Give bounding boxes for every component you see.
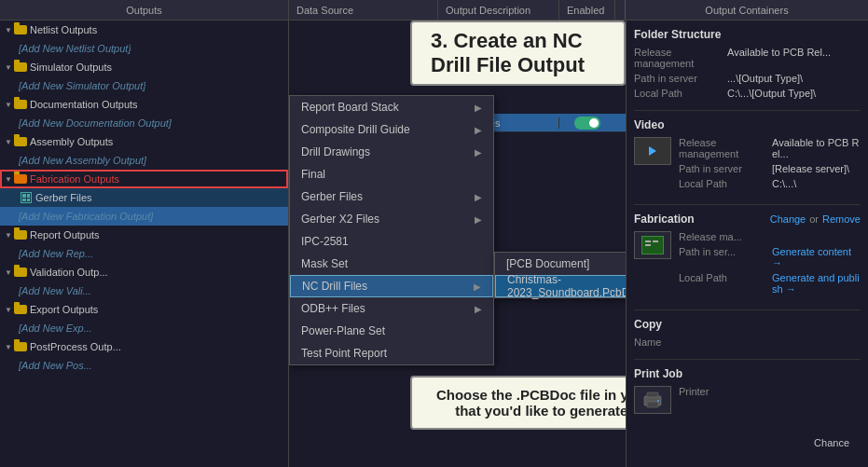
folder-icon-simulator	[13, 60, 28, 75]
menu-item-mask-set[interactable]: Mask Set	[290, 253, 493, 275]
fab-add-label: [Add New Fabrication Output]	[19, 211, 153, 222]
video-info: Release management Available to PCB Rel.…	[679, 137, 861, 193]
menu-item-odb[interactable]: ODB++ Files ▶	[290, 297, 493, 320]
expand-icon-fabrication: ▼	[4, 174, 13, 184]
tree-item-simulator[interactable]: ▼ Simulator Outputs	[0, 58, 288, 76]
print-info: Printer	[679, 386, 861, 401]
fabrication-label: Fabrication Outputs	[30, 173, 119, 185]
play-button-icon	[649, 146, 656, 156]
sidebar-print-job: Print Job Printer	[634, 367, 861, 414]
expand-icon-report: ▼	[4, 230, 13, 240]
video-row-2: Local Path C:\...\	[679, 178, 861, 189]
sidebar-video: Video Release management Available to PC…	[634, 118, 861, 193]
menu-item-drill-drawings[interactable]: Drill Drawings ▶	[290, 141, 493, 163]
tree-item-export[interactable]: ▼ Export Outputs	[0, 300, 288, 319]
tree-item-report-add[interactable]: [Add New Rep...	[0, 244, 288, 263]
folder-value-0: Available to PCB Rel...	[727, 47, 861, 58]
right-content: Christmas-2023_Soundbo... Gerber Files 3…	[289, 21, 868, 467]
folder-label-2: Local Path	[634, 88, 727, 99]
tree-item-simulator-add[interactable]: [Add New Simulator Output]	[0, 76, 288, 95]
tree-item-validation[interactable]: ▼ Validation Outp...	[0, 263, 288, 282]
folder-label-0: Release management	[634, 47, 727, 69]
menu-item-composite-drill[interactable]: Composite Drill Guide ▶	[290, 118, 493, 141]
video-label-1: Path in server	[679, 163, 772, 174]
menu-item-final[interactable]: Final	[290, 163, 493, 185]
menu-label-power-plane: Power-Plane Set	[301, 324, 385, 337]
fab-row-label-1: Path in ser...	[679, 246, 772, 257]
menu-label-nc-drill: NC Drill Files	[302, 280, 367, 293]
documentation-label: Documentation Outputs	[30, 99, 138, 110]
sub-menu-item-pcb-doc[interactable]: [PCB Document]	[495, 253, 626, 275]
tree-item-fabrication[interactable]: ▼ Fabrication Outputs	[0, 170, 288, 188]
arrow-gerber-x2: ▶	[475, 214, 482, 225]
print-thumbnail	[634, 386, 671, 414]
menu-label-drill-drawings: Drill Drawings	[301, 145, 370, 158]
fab-row-1: Path in ser... Generate content →	[679, 246, 861, 268]
netlist-add-label: [Add New Netlist Output]	[19, 43, 131, 54]
validation-label: Validation Outp...	[30, 267, 108, 278]
outputs-col-header: Outputs	[126, 5, 162, 16]
folder-icon-validation	[13, 265, 28, 280]
assembly-add-label: [Add New Assembly Output]	[19, 155, 146, 166]
chance-label: Chance	[814, 437, 849, 448]
fab-section-header: Fabrication Change or Remove	[634, 213, 861, 226]
menu-item-gerber-files[interactable]: Gerber Files ▶	[290, 185, 493, 208]
main-content: ▼ Netlist Outputs [Add New Netlist Outpu…	[0, 21, 868, 467]
menu-item-ipc2581[interactable]: IPC-2581	[290, 230, 493, 253]
menu-item-nc-drill[interactable]: NC Drill Files ▶	[290, 275, 493, 297]
fab-change-link[interactable]: Change	[770, 213, 806, 225]
fab-row-0: Release ma...	[679, 231, 861, 242]
fab-row-2: Local Path Generate and publish →	[679, 272, 861, 295]
tree-item-export-add[interactable]: [Add New Exp...	[0, 319, 288, 337]
tree-item-report[interactable]: ▼ Report Outputs	[0, 226, 288, 244]
col-datasource: Data Source	[289, 0, 438, 20]
menu-label-gerber-files: Gerber Files	[301, 190, 363, 203]
callout-top: 3. Create an NC Drill File Output	[410, 21, 626, 86]
pcb-icon	[641, 236, 664, 254]
folder-icon-assembly	[13, 134, 28, 149]
tree-item-netlist[interactable]: ▼ Netlist Outputs	[0, 21, 288, 39]
menu-label-final: Final	[301, 168, 325, 181]
folder-row-1: Path in server ...\[Output Type]\	[634, 73, 861, 84]
report-label: Report Outputs	[30, 229, 100, 240]
divider-2	[634, 204, 861, 205]
tree-item-assembly[interactable]: ▼ Assembly Outputs	[0, 132, 288, 151]
tree-item-assembly-add[interactable]: [Add New Assembly Output]	[0, 151, 288, 170]
right-sidebar: Folder Structure Release management Avai…	[626, 21, 868, 467]
gerber-toggle[interactable]	[574, 117, 600, 130]
gerber-label: Gerber Files	[35, 192, 92, 203]
tree-item-documentation[interactable]: ▼ Documentation Outputs	[0, 95, 288, 114]
svg-rect-2	[647, 402, 658, 407]
video-value-1: [Release server]\	[772, 163, 861, 174]
fab-row-value-1[interactable]: Generate content →	[772, 246, 861, 268]
menu-item-gerber-x2[interactable]: Gerber X2 Files ▶	[290, 208, 493, 230]
tree-item-netlist-add[interactable]: [Add New Netlist Output]	[0, 39, 288, 58]
fab-row-value-2[interactable]: Generate and publish →	[772, 272, 861, 295]
tree-item-fab-add[interactable]: [Add New Fabrication Output]	[0, 207, 288, 226]
export-add-label: [Add New Exp...	[19, 323, 92, 334]
menu-item-power-plane[interactable]: Power-Plane Set	[290, 320, 493, 342]
folder-value-1: ...\[Output Type]\	[727, 73, 861, 84]
arrow-composite-drill: ▶	[475, 125, 482, 135]
tree-item-postprocess[interactable]: ▼ PostProcess Outp...	[0, 337, 288, 356]
tree-item-documentation-add[interactable]: [Add New Documentation Output]	[0, 114, 288, 132]
folder-icon-export	[13, 302, 28, 317]
fab-thumb-row: Release ma... Path in ser... Generate co…	[634, 231, 861, 298]
sub-menu-item-christmas[interactable]: Christmas-2023_Soundboard.PcbDoc	[495, 275, 626, 297]
video-row-1: Path in server [Release server]\	[679, 163, 861, 174]
tree-item-gerber[interactable]: Gerber Files	[0, 188, 288, 207]
folder-label-1: Path in server	[634, 73, 727, 84]
video-title: Video	[634, 118, 861, 131]
simulator-label: Simulator Outputs	[30, 62, 112, 73]
simulator-add-label: [Add New Simulator Output]	[19, 80, 145, 91]
tree-item-postprocess-add[interactable]: [Add New Pos...	[0, 356, 288, 375]
copy-name-label: Name	[634, 337, 727, 348]
tree-item-validation-add[interactable]: [Add New Vali...	[0, 282, 288, 300]
divider-3	[634, 309, 861, 310]
fab-info: Release ma... Path in ser... Generate co…	[679, 231, 861, 298]
menu-item-report-board-stack[interactable]: Report Board Stack ▶	[290, 96, 493, 118]
fab-remove-link[interactable]: Remove	[822, 213, 861, 225]
menu-item-test-point[interactable]: Test Point Report	[290, 342, 493, 364]
folder-row-2: Local Path C:\...\[Output Type]\	[634, 88, 861, 99]
printer-label: Printer	[679, 386, 772, 397]
